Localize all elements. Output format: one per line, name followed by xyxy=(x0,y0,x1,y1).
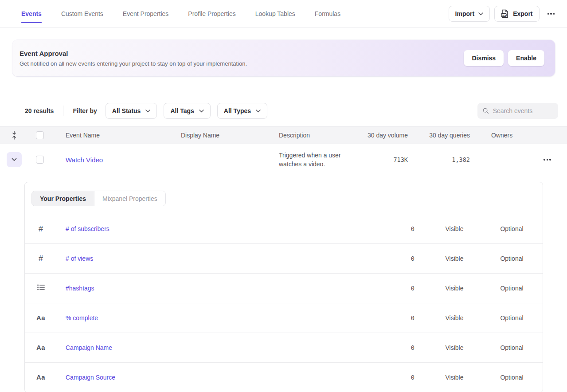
export-button-label: Export xyxy=(513,10,532,17)
property-row: # # of subscribers 0 Visible Optional xyxy=(25,214,543,244)
tags-filter-label: All Tags xyxy=(170,107,194,114)
property-count: 0 xyxy=(375,255,414,262)
property-requirement: Optional xyxy=(494,344,543,351)
chevron-down-icon xyxy=(478,12,483,16)
property-requirement: Optional xyxy=(494,314,543,321)
tab-event-properties[interactable]: Event Properties xyxy=(123,0,169,27)
dismiss-button[interactable]: Dismiss xyxy=(464,50,504,66)
property-name-link[interactable]: # of subscribers xyxy=(57,225,375,232)
divider xyxy=(63,106,63,116)
event-properties-panel: Your Properties Mixpanel Properties # # … xyxy=(24,182,543,392)
svg-text:csv: csv xyxy=(502,14,507,16)
tab-lookup-tables-label: Lookup Tables xyxy=(255,10,295,17)
list-type-icon xyxy=(37,284,45,292)
events-table-header: Event Name Display Name Description 30 d… xyxy=(0,126,567,144)
property-name-link[interactable]: Campaign Name xyxy=(57,344,375,351)
column-header-volume[interactable]: 30 day volume xyxy=(348,132,408,139)
filter-by-label: Filter by xyxy=(73,107,97,114)
import-button-label: Import xyxy=(455,10,475,17)
property-name-link[interactable]: #hashtags xyxy=(57,285,375,292)
results-count: 20 results xyxy=(25,107,54,114)
property-requirement: Optional xyxy=(494,225,543,232)
properties-tab-switcher: Your Properties Mixpanel Properties xyxy=(31,191,166,206)
tags-filter-dropdown[interactable]: All Tags xyxy=(164,103,210,119)
top-actions: Import csv Export xyxy=(449,6,558,22)
event-volume: 713K xyxy=(348,156,408,163)
column-header-description[interactable]: Description xyxy=(271,132,348,139)
row-checkbox[interactable] xyxy=(36,156,44,164)
search-input[interactable] xyxy=(493,107,553,114)
types-filter-dropdown[interactable]: All Types xyxy=(217,103,267,119)
property-requirement: Optional xyxy=(494,285,543,292)
tab-your-properties[interactable]: Your Properties xyxy=(32,191,94,206)
property-count: 0 xyxy=(375,374,414,381)
number-type-icon: # xyxy=(39,254,43,263)
property-row: Aa % complete 0 Visible Optional xyxy=(25,303,543,333)
collapse-all-button[interactable] xyxy=(11,130,17,140)
row-more-options-button[interactable] xyxy=(540,159,555,161)
property-requirement: Optional xyxy=(494,255,543,262)
chevron-down-icon xyxy=(199,110,204,113)
banner-text: Event Approval Get notified on all new e… xyxy=(20,50,464,67)
property-count: 0 xyxy=(375,225,414,232)
column-header-owners[interactable]: Owners xyxy=(470,132,528,139)
tab-events-label: Events xyxy=(21,10,42,17)
tab-events[interactable]: Events xyxy=(21,0,42,27)
tab-profile-properties-label: Profile Properties xyxy=(188,10,235,17)
text-type-icon: Aa xyxy=(36,373,45,381)
enable-button[interactable]: Enable xyxy=(508,50,544,66)
export-button[interactable]: csv Export xyxy=(494,6,539,22)
text-type-icon: Aa xyxy=(36,314,45,322)
chevron-down-icon xyxy=(256,110,261,113)
property-visibility: Visible xyxy=(414,344,494,351)
property-visibility: Visible xyxy=(414,314,494,321)
property-row: #hashtags 0 Visible Optional xyxy=(25,274,543,303)
event-approval-banner: Event Approval Get notified on all new e… xyxy=(12,40,555,76)
property-row: # # of views 0 Visible Optional xyxy=(25,244,543,274)
tab-formulas[interactable]: Formulas xyxy=(315,0,340,27)
status-filter-label: All Status xyxy=(112,107,141,114)
event-row-watch-video: Watch Video Triggered when a user watche… xyxy=(0,144,567,175)
collapse-row-button[interactable] xyxy=(7,152,22,167)
banner-title: Event Approval xyxy=(20,50,464,57)
event-queries: 1,382 xyxy=(408,156,470,163)
tab-custom-events[interactable]: Custom Events xyxy=(61,0,103,27)
property-count: 0 xyxy=(375,285,414,292)
property-requirement: Optional xyxy=(494,374,543,381)
select-all-checkbox[interactable] xyxy=(36,131,44,139)
more-icon xyxy=(547,13,555,15)
import-button[interactable]: Import xyxy=(449,6,490,22)
status-filter-dropdown[interactable]: All Status xyxy=(106,103,157,119)
chevron-down-icon xyxy=(12,158,17,161)
banner-description: Get notified on all new events entering … xyxy=(20,60,464,67)
collapse-all-icon xyxy=(11,130,17,140)
more-options-button[interactable] xyxy=(544,13,559,15)
number-type-icon: # xyxy=(39,224,43,234)
property-name-link[interactable]: # of views xyxy=(57,255,375,262)
more-icon xyxy=(544,159,551,161)
tab-mixpanel-properties[interactable]: Mixpanel Properties xyxy=(94,191,165,206)
types-filter-label: All Types xyxy=(224,107,251,114)
property-count: 0 xyxy=(375,314,414,321)
column-header-display-name[interactable]: Display Name xyxy=(173,132,271,139)
panel-header: Your Properties Mixpanel Properties xyxy=(25,182,543,214)
property-visibility: Visible xyxy=(414,225,494,232)
property-visibility: Visible xyxy=(414,285,494,292)
search-events-box[interactable] xyxy=(477,103,558,119)
column-header-event-name[interactable]: Event Name xyxy=(58,132,173,139)
property-name-link[interactable]: Campaign Source xyxy=(57,374,375,381)
tab-event-properties-label: Event Properties xyxy=(123,10,169,17)
tab-lookup-tables[interactable]: Lookup Tables xyxy=(255,0,295,27)
event-name-link[interactable]: Watch Video xyxy=(66,156,103,164)
property-row: Aa Campaign Name 0 Visible Optional xyxy=(25,333,543,363)
column-header-queries[interactable]: 30 day queries xyxy=(408,132,470,139)
tab-profile-properties[interactable]: Profile Properties xyxy=(188,0,235,27)
filter-toolbar: 20 results Filter by All Status All Tags… xyxy=(0,103,567,119)
property-row: Aa Campaign Source 0 Visible Optional xyxy=(25,363,543,392)
property-visibility: Visible xyxy=(414,374,494,381)
property-name-link[interactable]: % complete xyxy=(57,314,375,321)
top-navigation-bar: Events Custom Events Event Properties Pr… xyxy=(0,0,567,28)
chevron-down-icon xyxy=(145,110,150,113)
tab-custom-events-label: Custom Events xyxy=(61,10,103,17)
event-description: Triggered when a user watches a video. xyxy=(271,151,348,169)
